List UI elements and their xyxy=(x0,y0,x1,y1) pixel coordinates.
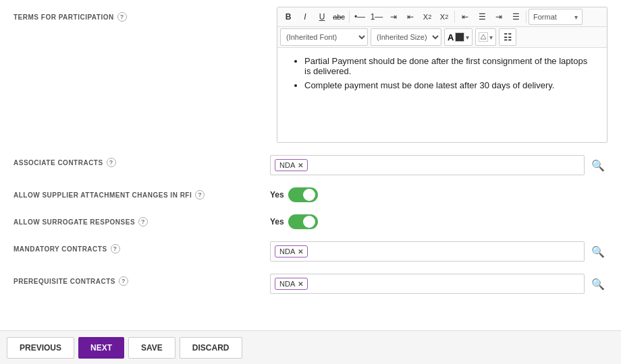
prerequisite-contracts-tag-nda: NDA ✕ xyxy=(275,278,308,290)
superscript-button[interactable]: X2 xyxy=(436,9,452,25)
font-color-chevron-icon xyxy=(466,33,469,41)
rte-toolbar-row1: B I U abc •— 1— ⇥ ⇤ X2 X2 xyxy=(277,7,607,27)
associate-contracts-tag-input[interactable]: NDA ✕ xyxy=(270,155,585,175)
align-left-button[interactable]: ⇤ xyxy=(457,9,473,25)
align-right-button[interactable]: ⇥ xyxy=(491,9,507,25)
allow-supplier-toggle[interactable] xyxy=(288,187,318,202)
rte-list-item-2: Complete payment must be done latest aft… xyxy=(304,80,596,90)
mandatory-contracts-control: NDA ✕ 🔍 xyxy=(270,241,608,262)
mandatory-contracts-search-icon[interactable]: 🔍 xyxy=(589,242,608,261)
prerequisite-contracts-row: PREREQUISITE CONTRACTS ? NDA ✕ 🔍 xyxy=(14,274,608,294)
allow-surrogate-control: Yes xyxy=(270,214,608,229)
prerequisite-contracts-control: NDA ✕ 🔍 xyxy=(270,274,608,294)
separator1 xyxy=(349,11,350,23)
subscript-button[interactable]: X2 xyxy=(419,9,435,25)
prerequisite-contracts-search-icon[interactable]: 🔍 xyxy=(589,274,608,293)
allow-surrogate-slider xyxy=(288,214,318,229)
rte-label: TERMS FOR PARTICIPATION xyxy=(14,13,114,21)
terms-for-participation-section: TERMS FOR PARTICIPATION ? B I U abc •— 1… xyxy=(14,7,608,143)
increase-indent-button[interactable]: ⇥ xyxy=(385,9,402,25)
rte-content-area[interactable]: Partial Payment should be done after the… xyxy=(277,48,607,142)
allow-supplier-control: Yes xyxy=(270,187,608,202)
allow-supplier-row: ALLOW SUPPLIER ATTACHMENT CHANGES IN RFI… xyxy=(14,187,608,202)
allow-surrogate-toggle[interactable] xyxy=(288,214,318,229)
justify-button[interactable]: ☰ xyxy=(508,9,524,25)
next-button[interactable]: NEXT xyxy=(78,337,124,359)
allow-surrogate-row: ALLOW SURROGATE RESPONSES ? Yes xyxy=(14,214,608,229)
align-center-button[interactable]: ☰ xyxy=(474,9,490,25)
mandatory-contracts-row: MANDATORY CONTRACTS ? NDA ✕ 🔍 xyxy=(14,241,608,262)
bold-button[interactable]: B xyxy=(280,9,296,25)
mandatory-contracts-label: MANDATORY CONTRACTS ? xyxy=(14,241,270,253)
allow-surrogate-toggle-wrapper: Yes xyxy=(270,214,608,229)
separator3 xyxy=(526,11,526,23)
allow-surrogate-help-icon[interactable]: ? xyxy=(138,217,148,226)
allow-supplier-toggle-wrapper: Yes xyxy=(270,187,608,202)
decrease-indent-button[interactable]: ⇤ xyxy=(402,9,418,25)
save-button[interactable]: SAVE xyxy=(128,337,176,359)
allow-surrogate-toggle-label: Yes xyxy=(270,217,284,226)
rte-editor: B I U abc •— 1— ⇥ ⇤ X2 X2 xyxy=(277,7,608,143)
mandatory-contracts-tag-nda: NDA ✕ xyxy=(275,245,308,257)
prerequisite-contracts-tag-input[interactable]: NDA ✕ xyxy=(270,274,585,294)
rte-list-item-1: Partial Payment should be done after the… xyxy=(304,56,596,76)
font-family-select[interactable]: (Inherited Font) xyxy=(280,28,368,46)
allow-supplier-label: ALLOW SUPPLIER ATTACHMENT CHANGES IN RFI… xyxy=(14,187,270,200)
prerequisite-contracts-tag-wrapper: NDA ✕ 🔍 xyxy=(270,274,608,294)
highlight-chevron-icon xyxy=(489,33,493,41)
prerequisite-contracts-help-icon[interactable]: ? xyxy=(119,276,128,286)
previous-button[interactable]: PREVIOUS xyxy=(7,337,74,359)
mandatory-contracts-tag-wrapper: NDA ✕ 🔍 xyxy=(270,241,608,262)
highlight-color-button[interactable] xyxy=(475,28,496,46)
italic-button[interactable]: I xyxy=(297,9,313,25)
bottom-action-bar: PREVIOUS NEXT SAVE DISCARD xyxy=(0,330,621,364)
strikethrough-button[interactable]: abc xyxy=(331,9,347,25)
associate-contracts-help-icon[interactable]: ? xyxy=(107,158,116,167)
separator2 xyxy=(454,11,455,23)
font-size-select[interactable]: (Inherited Size) xyxy=(371,28,441,46)
rte-toolbar-row2: (Inherited Font) (Inherited Size) A xyxy=(277,27,607,48)
associate-contracts-label: ASSOCIATE CONTRACTS ? xyxy=(14,155,270,167)
associate-contracts-search-icon[interactable]: 🔍 xyxy=(589,156,608,175)
rte-help-icon[interactable]: ? xyxy=(117,12,127,22)
associate-contracts-row: ASSOCIATE CONTRACTS ? NDA ✕ 🔍 xyxy=(14,155,608,175)
associate-contracts-tag-remove[interactable]: ✕ xyxy=(298,162,303,169)
mandatory-contracts-help-icon[interactable]: ? xyxy=(111,244,120,253)
discard-button[interactable]: DISCARD xyxy=(180,337,242,359)
rte-content-list: Partial Payment should be done after the… xyxy=(288,56,596,90)
mandatory-contracts-tag-input[interactable]: NDA ✕ xyxy=(270,241,585,262)
prerequisite-contracts-tag-remove[interactable]: ✕ xyxy=(298,280,303,288)
allow-supplier-toggle-label: Yes xyxy=(270,190,284,200)
prerequisite-contracts-label: PREREQUISITE CONTRACTS ? xyxy=(14,274,270,286)
allow-supplier-slider xyxy=(288,187,318,202)
associate-contracts-tag-wrapper: NDA ✕ 🔍 xyxy=(270,155,608,175)
highlight-color-swatch xyxy=(479,32,488,42)
associate-contracts-tag-nda: NDA ✕ xyxy=(275,159,308,171)
format-chevron-icon xyxy=(574,13,578,21)
associate-contracts-control: NDA ✕ 🔍 xyxy=(270,155,608,175)
allow-surrogate-label: ALLOW SURROGATE RESPONSES ? xyxy=(14,214,270,226)
font-color-swatch xyxy=(455,32,464,42)
unordered-list-button[interactable]: •— xyxy=(352,9,368,25)
ordered-list-button[interactable]: 1— xyxy=(369,9,385,25)
allow-supplier-help-icon[interactable]: ? xyxy=(195,190,205,200)
mandatory-contracts-tag-remove[interactable]: ✕ xyxy=(298,248,303,255)
underline-button[interactable]: U xyxy=(314,9,330,25)
format-dropdown[interactable]: Format xyxy=(529,9,583,25)
font-color-button[interactable]: A xyxy=(444,28,473,46)
table-button[interactable]: ☷ xyxy=(499,28,516,46)
